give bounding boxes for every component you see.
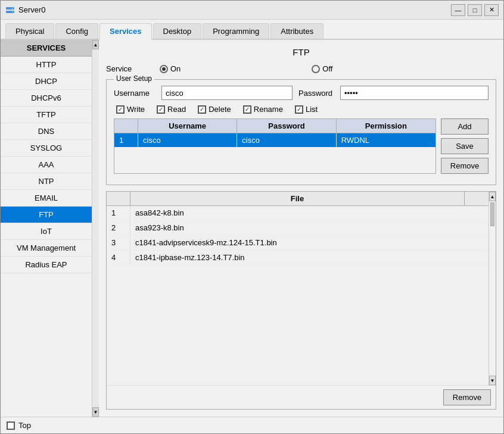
password-input[interactable] (340, 86, 489, 100)
tab-services[interactable]: Services (99, 23, 152, 40)
read-label: Read (167, 105, 186, 114)
checkbox-write[interactable]: Write (116, 105, 145, 114)
user-table-row[interactable]: 1 cisco cisco RWDNL (114, 133, 435, 148)
radio-on-label: On (170, 64, 181, 73)
file-row-2-num: 2 (107, 221, 130, 235)
tab-desktop[interactable]: Desktop (153, 23, 202, 39)
checkbox-list[interactable]: List (295, 105, 318, 114)
file-row-4-name: c1841-ipbase-mz.123-14.T7.bin (130, 251, 489, 265)
maximize-button[interactable]: □ (468, 4, 482, 16)
sidebar-scroll-up[interactable]: ▲ (92, 40, 99, 49)
sidebar-item-dhcp[interactable]: DHCP (1, 73, 92, 90)
file-row-3-name: c1841-advipservicesk9-mz.124-15.T1.bin (130, 236, 489, 250)
main-panel: FTP Service On Off User Setup (99, 40, 503, 417)
add-button[interactable]: Add (441, 118, 489, 135)
file-section: File 1 asa842-k8.bin 2 asa923-k8.bin (106, 191, 496, 410)
sidebar-item-email[interactable]: EMAIL (1, 190, 92, 207)
file-row-4-num: 4 (107, 251, 130, 265)
service-row: Service On Off (106, 64, 496, 73)
sidebar-item-radius-eap[interactable]: Radius EAP (1, 257, 92, 273)
sidebar-scroll-down[interactable]: ▼ (92, 407, 99, 417)
sidebar: SERVICES HTTP DHCP DHCPv6 TFTP DNS SYSLO… (1, 40, 99, 417)
file-row-3-num: 3 (107, 236, 130, 250)
checkbox-delete[interactable]: Delete (198, 105, 231, 114)
user-table-area: Username Password Permission 1 cisco cis… (114, 118, 489, 174)
sidebar-item-dns[interactable]: DNS (1, 123, 92, 140)
tab-bar: Physical Config Services Desktop Program… (1, 20, 503, 40)
list-label: List (306, 105, 318, 114)
write-checkbox[interactable] (116, 105, 125, 114)
top-checkbox-area[interactable]: Top (7, 421, 31, 430)
col-permission-header: Permission (337, 119, 435, 133)
tab-programming[interactable]: Programming (203, 23, 269, 39)
user-setup-legend: User Setup (114, 74, 154, 83)
file-row-1-num: 1 (107, 206, 130, 220)
tab-config[interactable]: Config (55, 23, 98, 39)
sidebar-item-http[interactable]: HTTP (1, 57, 92, 73)
rename-label: Rename (254, 105, 283, 114)
file-row-2[interactable]: 2 asa923-k8.bin (107, 221, 489, 236)
checkbox-read[interactable]: Read (157, 105, 186, 114)
tab-attributes[interactable]: Attributes (270, 23, 323, 39)
rename-checkbox[interactable] (243, 105, 251, 114)
permissions-row: Write Read Delete Rename (116, 105, 489, 114)
file-table-header: File (107, 192, 489, 206)
minimize-button[interactable]: — (451, 4, 465, 16)
row-username: cisco (138, 133, 237, 148)
read-checkbox[interactable] (157, 105, 165, 114)
delete-label: Delete (209, 105, 231, 114)
file-scroll-track (489, 227, 496, 376)
username-label: Username (114, 89, 155, 98)
file-row-1[interactable]: 1 asa842-k8.bin (107, 206, 489, 221)
sidebar-item-syslog[interactable]: SYSLOG (1, 140, 92, 157)
server-icon (5, 5, 15, 15)
close-button[interactable]: ✕ (484, 4, 499, 16)
remove-user-button[interactable]: Remove (441, 158, 489, 174)
top-checkbox[interactable] (7, 421, 15, 430)
svg-point-3 (12, 11, 13, 13)
username-input[interactable] (161, 86, 293, 100)
file-table-body[interactable]: 1 asa842-k8.bin 2 asa923-k8.bin 3 c1841-… (107, 206, 489, 385)
title-bar: Server0 — □ ✕ (1, 1, 503, 20)
panel-title: FTP (106, 47, 496, 57)
top-label: Top (18, 421, 31, 430)
file-table-with-scrollbar: File 1 asa842-k8.bin 2 asa923-k8.bin (107, 192, 496, 385)
sidebar-item-aaa[interactable]: AAA (1, 157, 92, 173)
password-label: Password (298, 89, 334, 98)
radio-group: On Off (160, 64, 496, 73)
file-row-2-name: asa923-k8.bin (130, 221, 489, 235)
file-row-3[interactable]: 3 c1841-advipservicesk9-mz.124-15.T1.bin (107, 236, 489, 251)
user-table: Username Password Permission 1 cisco cis… (114, 118, 436, 174)
file-scroll-down[interactable]: ▼ (489, 376, 496, 385)
delete-checkbox[interactable] (198, 105, 206, 114)
file-scroll-thumb[interactable] (490, 202, 494, 226)
file-row-4[interactable]: 4 c1841-ipbase-mz.123-14.T7.bin (107, 251, 489, 266)
file-scrollbar[interactable]: ▲ ▼ (489, 192, 496, 385)
radio-on-circle[interactable] (160, 65, 168, 73)
sidebar-item-ntp[interactable]: NTP (1, 173, 92, 190)
service-label: Service (106, 64, 142, 73)
checkbox-rename[interactable]: Rename (243, 105, 283, 114)
list-checkbox[interactable] (295, 105, 303, 114)
tab-physical[interactable]: Physical (5, 23, 54, 39)
sidebar-item-vm-management[interactable]: VM Management (1, 240, 92, 257)
file-col-name-header: File (130, 192, 465, 205)
sidebar-scroll-track (92, 49, 99, 407)
sidebar-item-dhcpv6[interactable]: DHCPv6 (1, 90, 92, 107)
sidebar-item-ftp[interactable]: FTP (1, 207, 92, 223)
remove-file-button[interactable]: Remove (443, 389, 491, 405)
credentials-row: Username Password (114, 86, 489, 100)
radio-off[interactable]: Off (312, 64, 332, 73)
sidebar-item-iot[interactable]: IoT (1, 223, 92, 240)
sidebar-scrollbar[interactable]: ▲ ▼ (92, 40, 99, 417)
sidebar-item-tftp[interactable]: TFTP (1, 107, 92, 123)
file-col-num-header (107, 192, 130, 205)
col-num-header (114, 119, 138, 133)
svg-point-2 (12, 8, 13, 9)
radio-on[interactable]: On (160, 64, 181, 73)
file-col-extra (465, 192, 489, 205)
save-button[interactable]: Save (441, 138, 489, 154)
file-bottom-bar: Remove (107, 385, 496, 409)
file-scroll-up[interactable]: ▲ (489, 192, 496, 201)
radio-off-circle[interactable] (312, 65, 320, 73)
